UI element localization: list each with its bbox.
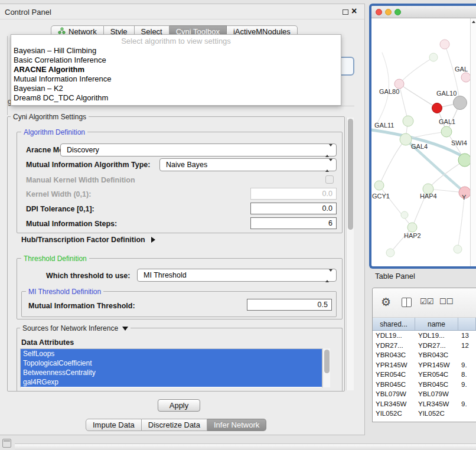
network-edge[interactable] — [399, 57, 433, 84]
algorithm-option-bayesian-k2[interactable]: Bayesian – K2 — [11, 84, 341, 93]
table-mode-icon[interactable] — [402, 298, 412, 307]
column-header-shared[interactable]: shared... — [373, 318, 415, 330]
network-node[interactable] — [429, 53, 438, 61]
network-node[interactable] — [386, 249, 395, 257]
tab-discretize-data[interactable]: Discretize Data — [142, 419, 207, 431]
table-row[interactable]: YDR27...YDR27...12 — [373, 341, 476, 351]
table-cell: 13 — [458, 332, 476, 339]
network-edge[interactable] — [399, 84, 437, 108]
aracne-mode-value: Discovery — [67, 146, 99, 154]
sources-title: Sources for Network Inference — [22, 324, 118, 332]
float-window-icon[interactable] — [343, 9, 348, 15]
table-row[interactable]: YBL079WYBL079W — [373, 389, 476, 399]
network-node[interactable] — [440, 40, 449, 49]
node-label: GAL11 — [374, 122, 394, 129]
network-node-gal4[interactable] — [400, 133, 412, 145]
tab-label: Infer Network — [214, 420, 259, 429]
network-node-gal80[interactable] — [395, 79, 404, 89]
node-label: GAL80 — [379, 88, 399, 95]
table-cell: YDR27... — [415, 342, 458, 349]
node-label: HAP4 — [420, 193, 437, 200]
show-columns-icon[interactable]: ☑☑ — [420, 297, 433, 306]
column-header-name[interactable]: name — [415, 318, 458, 330]
dpi-tolerance-field[interactable] — [250, 203, 337, 214]
close-window-icon[interactable]: × — [351, 6, 357, 17]
data-attribute-item[interactable]: gal4RGexp — [21, 377, 322, 387]
table-cell: YPR145W — [415, 361, 458, 369]
table-cell: YDL19... — [415, 332, 458, 339]
manual-kernel-width-checkbox[interactable] — [325, 175, 334, 184]
close-traffic-light[interactable] — [376, 9, 382, 15]
table-row[interactable]: YIL052CYIL052C — [373, 409, 476, 419]
network-node-hap2[interactable] — [407, 223, 417, 232]
aracne-mode-select[interactable]: Discovery — [60, 144, 337, 156]
kernel-width-field[interactable] — [250, 188, 337, 200]
obscured-group-border-bottom — [7, 106, 354, 106]
mi-threshold-field[interactable] — [247, 299, 332, 311]
table-row[interactable]: YDL19...YDL19...13 — [373, 331, 476, 341]
hub-definition-toggle[interactable]: Hub/Transcription Factor Definition — [21, 236, 155, 244]
minimized-panel-icon[interactable] — [2, 439, 11, 448]
scrollbar-thumb[interactable] — [348, 119, 353, 230]
algorithm-option-aracne-algorithm[interactable]: ARACNE Algorithm — [11, 65, 341, 74]
mi-algorithm-type-select[interactable]: Naive Bayes — [159, 158, 337, 171]
algorithm-select-popup: Select algorithm to view settingsBayesia… — [11, 34, 341, 106]
network-edge[interactable] — [390, 227, 412, 253]
table-cell: YBR043C — [415, 351, 458, 358]
network-edge[interactable] — [399, 84, 408, 121]
algorithm-option-bayesian-hill-climbing[interactable]: Bayesian – Hill Climbing — [11, 46, 341, 56]
network-node-gal11[interactable] — [403, 116, 413, 126]
apply-button[interactable]: Apply — [158, 399, 200, 412]
node-label: GAL — [455, 66, 468, 73]
node-label: GAL10 — [436, 90, 457, 97]
network-node-swi4[interactable] — [458, 154, 470, 167]
mi-steps-field[interactable] — [250, 217, 337, 229]
attributes-list-scrollbar[interactable] — [322, 348, 330, 387]
scroll-up-icon[interactable] — [472, 21, 475, 23]
network-node[interactable] — [454, 245, 462, 253]
table-cell: YDR27... — [373, 342, 415, 349]
table-row[interactable]: YLR345WYLR345W9. — [373, 399, 476, 409]
table-row[interactable]: YER054CYER054C8. — [373, 370, 476, 380]
hide-columns-icon[interactable]: ☐☐ — [439, 297, 453, 306]
column-header-extra[interactable] — [458, 318, 476, 330]
table-row[interactable]: YPR145WYPR145W9. — [373, 360, 476, 370]
algorithm-option-basic-correlation-inference[interactable]: Basic Correlation Inference — [11, 56, 341, 65]
algorithm-option-dream8-dc-tdc-algorithm[interactable]: Dream8 DC_TDC Algorithm — [11, 93, 341, 103]
data-attribute-item[interactable]: BetweennessCentrality — [21, 368, 322, 377]
tab-impute-data[interactable]: Impute Data — [86, 419, 142, 431]
network-node[interactable] — [432, 103, 442, 113]
data-attributes-list[interactable]: SelfLoopsTopologicalCoefficientBetweenne… — [20, 348, 322, 387]
network-node-gcy1[interactable] — [374, 181, 384, 190]
which-threshold-select[interactable]: MI Threshold — [137, 269, 337, 282]
sources-toggle[interactable]: Sources for Network Inference — [20, 324, 131, 332]
network-edge[interactable] — [379, 139, 406, 185]
settings-scrollbar[interactable] — [346, 118, 354, 390]
node-label: GAL4 — [411, 143, 428, 150]
network-edge[interactable] — [458, 193, 465, 249]
data-attribute-item[interactable]: SelfLoops — [21, 349, 322, 358]
minimize-traffic-light[interactable] — [385, 9, 392, 15]
network-node[interactable] — [401, 211, 408, 219]
network-scrollbar[interactable] — [470, 18, 476, 266]
network-canvas[interactable]: GALGAL80GAL10GAL11GAL1GAL4SWI4GCY1HAP4YH… — [371, 18, 470, 266]
network-node-gal10[interactable] — [454, 96, 467, 110]
table-cell: YBL079W — [373, 390, 415, 397]
network-node-gal1[interactable] — [441, 126, 452, 137]
algorithm-option-mutual-information-inference[interactable]: Mutual Information Inference — [11, 74, 341, 84]
network-node-gal[interactable] — [461, 73, 470, 82]
table-body: YDL19...YDL19...13YDR27...YDR27...12YBR0… — [373, 331, 476, 419]
data-attribute-item[interactable]: TopologicalCoefficient — [21, 358, 322, 368]
table-row[interactable]: YBR045CYBR045C9. — [373, 380, 476, 390]
control-panel-window: Control Panel × NetworkStyleSelectCyni T… — [0, 4, 365, 435]
network-window-titlebar[interactable] — [371, 6, 476, 18]
gear-icon[interactable]: ⚙ — [381, 295, 391, 309]
network-graph[interactable]: GALGAL80GAL10GAL11GAL1GAL4SWI4GCY1HAP4YH… — [371, 18, 470, 266]
scrollbar-thumb[interactable] — [324, 350, 330, 373]
tab-infer-network[interactable]: Infer Network — [207, 419, 266, 431]
maximize-traffic-light[interactable] — [395, 9, 401, 15]
table-cell: YIL052C — [415, 410, 458, 417]
table-row[interactable]: YBR043CYBR043C — [373, 350, 476, 360]
network-edge[interactable] — [379, 185, 412, 227]
control-panel-titlebar[interactable]: Control Panel × — [0, 4, 364, 19]
